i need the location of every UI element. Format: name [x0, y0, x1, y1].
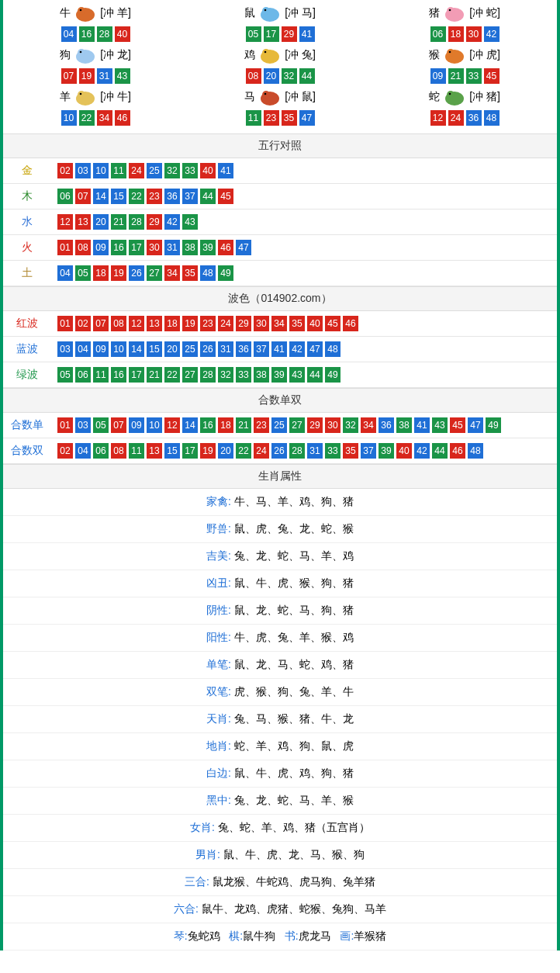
heshu-table: 合数单 010305070910121416182123252729303234…: [3, 413, 557, 464]
number-chip: 16: [200, 417, 216, 433]
number-chip: 48: [325, 341, 340, 357]
attr-label: 凶丑:: [206, 577, 231, 589]
svg-point-14: [264, 51, 267, 54]
number-chip: 24: [218, 316, 233, 331]
number-chip: 26: [200, 341, 216, 357]
zodiac-numbers: 06183042: [372, 26, 557, 42]
number-chip: 45: [325, 316, 340, 331]
number-chip: 44: [200, 189, 216, 204]
zodiac-conflict: [冲 虎]: [469, 48, 500, 62]
number-chip: 02: [57, 443, 73, 459]
svg-point-16: [447, 49, 455, 57]
number-chip: 13: [147, 316, 162, 331]
number-chip: 25: [182, 341, 198, 357]
horse-icon: [257, 87, 283, 107]
snake-icon: [441, 87, 468, 107]
number-chip: 39: [200, 240, 216, 255]
attr-label: 琴:: [174, 930, 188, 942]
number-chip: 16: [111, 367, 126, 383]
number-chip: 31: [218, 341, 233, 357]
wuxing-table: 金 02031011242532334041 木 060714152223363…: [3, 158, 557, 286]
number-chip: 06: [93, 443, 109, 459]
number-chip: 09: [129, 417, 144, 433]
number-chip: 43: [289, 367, 305, 383]
row-values: 0103050709101214161821232527293032343638…: [51, 413, 557, 438]
number-chip: 33: [236, 367, 251, 383]
rat-icon: [257, 3, 283, 23]
attr-label: 白边:: [206, 767, 231, 779]
attr-row: 双笔: 虎、猴、狗、兔、羊、牛: [3, 679, 557, 706]
zodiac-conflict: [冲 蛇]: [469, 6, 500, 20]
wuxing-title: 五行对照: [3, 133, 557, 158]
number-chip: 46: [343, 316, 358, 331]
number-chip: 27: [147, 265, 162, 281]
svg-point-26: [449, 93, 451, 95]
zodiac-cell: 羊 [冲 牛] 10223446: [3, 87, 188, 126]
zodiac-cell: 蛇 [冲 猪] 12243648: [372, 87, 557, 126]
zodiac-numbers: 08203244: [188, 68, 372, 84]
number-chip: 04: [75, 443, 91, 459]
number-chip: 44: [307, 367, 323, 383]
number-chip: 23: [254, 417, 269, 433]
number-chip: 32: [343, 417, 358, 433]
number-chip: 49: [486, 417, 501, 433]
number-chip: 26: [129, 265, 144, 281]
number-chip: 10: [111, 341, 126, 357]
row-label: 土: [3, 261, 51, 286]
bose-table: 红波 0102070812131819232429303435404546 蓝波…: [3, 311, 557, 388]
row-label: 绿波: [3, 362, 51, 388]
zodiac-cell: 鸡 [冲 兔] 08203244: [188, 45, 372, 84]
number-chip: 06: [75, 367, 91, 383]
attr-label: 男肖:: [195, 848, 220, 860]
number-chip: 24: [254, 443, 269, 459]
number-chip: 29: [282, 26, 297, 42]
zodiac-name: 马: [244, 90, 255, 104]
row-values: 05061116172122272832333839434449: [51, 362, 557, 388]
number-chip: 43: [432, 417, 448, 433]
attr-row: 凶丑: 鼠、牛、虎、猴、狗、猪: [3, 570, 557, 597]
number-chip: 25: [271, 417, 287, 433]
zodiac-name: 猴: [429, 48, 440, 62]
number-chip: 47: [468, 417, 483, 433]
number-chip: 45: [218, 189, 233, 204]
attr-label: 吉美:: [206, 549, 231, 562]
table-row: 金 02031011242532334041: [3, 158, 557, 184]
svg-point-8: [449, 9, 451, 12]
zodiac-conflict: [冲 鼠]: [285, 90, 316, 104]
number-chip: 33: [466, 68, 482, 84]
number-chip: 35: [282, 110, 297, 126]
number-chip: 25: [147, 163, 162, 178]
attr-value: 虎、猴、狗、兔、羊、牛: [234, 685, 354, 698]
number-chip: 16: [79, 26, 95, 42]
number-chip: 30: [147, 240, 162, 255]
attr-row: 六合: 鼠牛、龙鸡、虎猪、蛇猴、兔狗、马羊: [3, 896, 557, 923]
svg-point-20: [80, 93, 82, 95]
svg-point-11: [80, 51, 82, 54]
number-chip: 04: [57, 265, 73, 281]
number-chip: 12: [164, 417, 180, 433]
zodiac-name: 猪: [429, 6, 440, 20]
zodiac-cell: 猪 [冲 蛇] 06183042: [372, 3, 557, 42]
number-chip: 18: [164, 316, 180, 331]
number-chip: 28: [97, 26, 112, 42]
zodiac-conflict: [冲 羊]: [100, 6, 131, 20]
attr-label: 书:: [285, 930, 299, 942]
zodiac-conflict: [冲 龙]: [100, 48, 131, 62]
attr-value: 虎龙马: [299, 930, 331, 942]
svg-point-4: [262, 7, 270, 15]
attr-value: 兔、龙、蛇、马、羊、鸡: [234, 549, 354, 562]
row-label: 蓝波: [3, 337, 51, 362]
number-chip: 48: [468, 443, 483, 459]
number-chip: 09: [93, 341, 109, 357]
attr-row: 女肖: 兔、蛇、羊、鸡、猪（五宫肖）: [3, 815, 557, 842]
number-chip: 23: [147, 189, 162, 204]
number-chip: 20: [264, 68, 279, 84]
number-chip: 46: [450, 443, 465, 459]
number-chip: 41: [218, 163, 233, 178]
number-chip: 07: [75, 189, 91, 204]
number-chip: 02: [75, 316, 91, 331]
number-chip: 48: [200, 265, 216, 281]
dog-icon: [72, 45, 99, 65]
number-chip: 36: [236, 341, 251, 357]
number-chip: 35: [289, 316, 305, 331]
